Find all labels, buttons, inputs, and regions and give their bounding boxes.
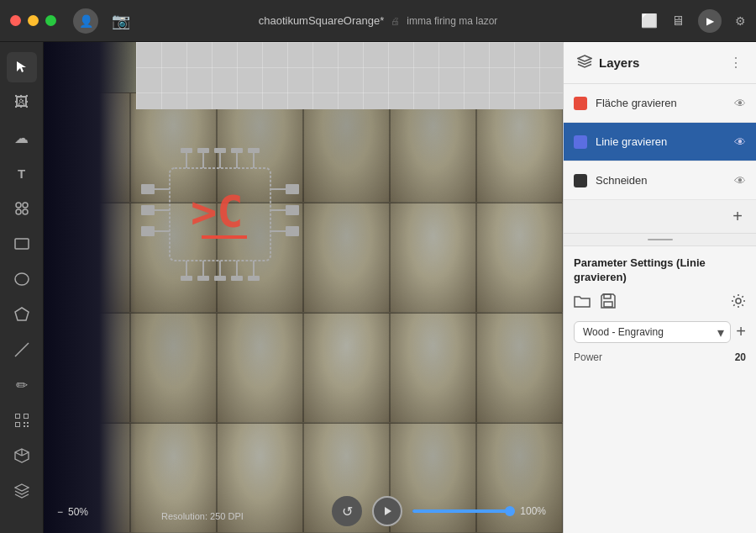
material-select[interactable]: Wood - Engraving Wood - Cutting Acrylic … [574, 321, 731, 343]
titlebar-center: chaotikumSquareOrange* 🖨 imma firing ma … [259, 14, 498, 27]
material-add-button[interactable]: + [736, 322, 746, 341]
svg-rect-50 [141, 226, 155, 236]
progress-percent: 100% [520, 505, 546, 517]
ellipse-tool[interactable] [7, 264, 37, 294]
pencil-tool[interactable]: ✏ [7, 370, 37, 400]
layer-visibility-schneiden[interactable]: 👁 [734, 174, 746, 187]
svg-point-3 [16, 209, 21, 214]
reset-button[interactable]: ↺ [332, 496, 362, 526]
svg-rect-16 [27, 422, 29, 424]
preview-icon[interactable]: 🖥 [671, 13, 685, 29]
layers-options-icon[interactable]: ⋮ [729, 55, 743, 71]
layer-name-linie: Linie gravieren [596, 135, 726, 148]
svg-rect-62 [604, 294, 611, 298]
zoom-value: 50% [68, 506, 88, 518]
rect-tool[interactable] [7, 229, 37, 259]
settings-icon[interactable]: ⚙ [735, 14, 746, 28]
material-row: Wood - Engraving Wood - Cutting Acrylic … [574, 321, 746, 343]
minimize-button[interactable] [28, 15, 39, 26]
svg-marker-59 [385, 507, 391, 515]
zoom-control[interactable]: − 50% [57, 506, 88, 518]
svg-rect-14 [16, 423, 19, 426]
progress-container: 100% [412, 505, 546, 517]
power-row: Power 20 [574, 351, 746, 363]
layer-color-schneiden [574, 174, 587, 187]
polygon-tool[interactable] [7, 299, 37, 330]
layers-tool[interactable] [7, 476, 37, 506]
power-label: Power [574, 351, 602, 363]
svg-point-1 [16, 203, 21, 208]
svg-rect-5 [15, 239, 29, 249]
progress-track[interactable] [412, 509, 513, 513]
svg-rect-15 [24, 422, 25, 424]
right-panel: Layers ⋮ Fläche gravieren 👁 Linie gravie… [563, 42, 756, 533]
gear-icon[interactable] [731, 293, 746, 313]
panel-resize-handle[interactable] [564, 234, 756, 246]
line-tool[interactable] [7, 335, 37, 365]
svg-rect-31 [197, 148, 209, 153]
param-title: Parameter Settings (Linie gravieren) [574, 256, 746, 285]
close-button[interactable] [10, 15, 21, 26]
layer-name-schneiden: Schneiden [596, 174, 726, 187]
svg-rect-41 [197, 276, 209, 281]
svg-rect-17 [24, 425, 25, 427]
resolution-text: Resolution: 250 DPI [161, 511, 244, 521]
svg-rect-44 [248, 276, 260, 281]
svg-rect-12 [24, 414, 28, 418]
svg-line-8 [15, 343, 29, 356]
layer-item-flache[interactable]: Fläche gravieren 👁 [564, 84, 756, 123]
material-select-wrapper[interactable]: Wood - Engraving Wood - Cutting Acrylic … [574, 321, 731, 343]
qr-tool[interactable] [7, 405, 37, 435]
image-tool[interactable]: 🖼 [7, 87, 37, 118]
group-tool[interactable] [7, 193, 37, 224]
folder-icon[interactable] [574, 294, 591, 312]
svg-rect-18 [27, 425, 29, 427]
save-icon[interactable] [601, 293, 616, 313]
text-tool[interactable]: T [7, 158, 37, 188]
progress-fill [412, 509, 513, 513]
cube-tool[interactable] [7, 441, 37, 471]
layer-name-flache: Fläche gravieren [596, 97, 726, 109]
svg-rect-43 [231, 276, 243, 281]
frame-icon[interactable]: ⬜ [641, 13, 658, 29]
layer-item-linie[interactable]: Linie gravieren 👁 [564, 123, 756, 161]
ruler-grid [136, 42, 563, 109]
layers-header: Layers ⋮ [564, 42, 756, 84]
titlebar: 👤 📷 chaotikumSquareOrange* 🖨 imma firing… [0, 0, 756, 42]
svg-point-2 [23, 203, 28, 208]
run-button[interactable]: ▶ [698, 9, 722, 33]
svg-rect-55 [286, 205, 299, 215]
svg-rect-34 [248, 148, 260, 153]
svg-point-6 [15, 273, 29, 285]
layer-color-flache [574, 97, 587, 110]
document-title: chaotikumSquareOrange* [259, 14, 385, 27]
cursor-tool[interactable] [7, 52, 37, 82]
laser-name: imma firing ma lazor [407, 15, 497, 27]
svg-rect-32 [214, 148, 226, 153]
bottom-controls: ↺ 100% [332, 496, 546, 526]
canvas-area[interactable]: >C − 50% Resolution: 250 DPI ↺ [44, 42, 563, 533]
user-avatar[interactable]: 👤 [73, 8, 98, 34]
svg-line-21 [15, 452, 22, 456]
left-toolbar: 🖼 ☁ T ✏ [0, 42, 44, 533]
cloud-tool[interactable]: ☁ [7, 123, 37, 153]
parameter-settings: Parameter Settings (Linie gravieren) [564, 246, 756, 533]
svg-marker-23 [15, 484, 29, 491]
layer-item-schneiden[interactable]: Schneiden 👁 [564, 161, 756, 200]
titlebar-right: ⬜ 🖥 ▶ ⚙ [641, 9, 746, 33]
svg-rect-42 [214, 276, 226, 281]
svg-point-64 [736, 298, 741, 303]
maximize-button[interactable] [45, 15, 56, 26]
play-button[interactable] [372, 496, 402, 526]
svg-marker-60 [578, 55, 591, 61]
zoom-minus[interactable]: − [57, 506, 63, 518]
layer-visibility-flache[interactable]: 👁 [734, 97, 746, 110]
layer-visibility-linie[interactable]: 👁 [734, 135, 746, 149]
camera-icon[interactable]: 📷 [112, 12, 130, 30]
main-layout: 🖼 ☁ T ✏ [0, 42, 756, 533]
svg-rect-30 [181, 148, 192, 153]
layer-color-linie [574, 135, 587, 149]
layers-title: Layers [599, 55, 722, 70]
svg-text:>C: >C [191, 187, 244, 237]
add-layer-button[interactable]: + [564, 200, 756, 234]
